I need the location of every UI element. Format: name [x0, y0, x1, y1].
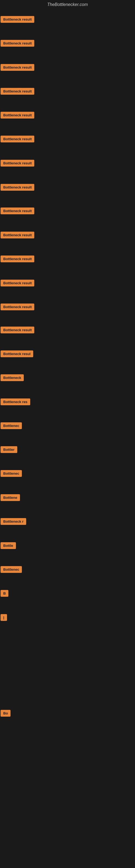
list-item: Bottleneck result [1, 255, 34, 264]
list-item: Bottleneck result [1, 303, 34, 312]
items-container [0, 9, 135, 11]
bottleneck-badge[interactable]: Bottleneck result [1, 184, 34, 191]
bottleneck-badge[interactable]: Bottle [1, 542, 16, 549]
list-item: Bottleneck result [1, 207, 34, 216]
bottleneck-badge[interactable]: Bottleneck r [1, 518, 26, 525]
list-item: Bottleneck res [1, 398, 30, 407]
list-item: Bottleneck result [1, 87, 34, 96]
list-item: Bottleneck result [1, 183, 34, 192]
list-item: Bottleneck r [1, 518, 26, 527]
list-item: Bottler [1, 446, 17, 455]
list-item: Bottleneck result [1, 135, 34, 144]
bottleneck-badge[interactable]: Bottler [1, 446, 17, 453]
list-item: Bottleneck [1, 374, 24, 383]
bottleneck-badge[interactable]: | [1, 614, 7, 621]
site-header: TheBottlenecker.com [0, 0, 135, 9]
bottleneck-badge[interactable]: Bottleneck result [1, 16, 34, 23]
list-item: Bottleneck result [1, 279, 34, 288]
list-item: Bottlene [1, 494, 20, 503]
bottleneck-badge[interactable]: Bottleneck result [1, 135, 34, 143]
bottleneck-badge[interactable]: Bottleneck result [1, 88, 34, 95]
list-item: Bottleneck result [1, 326, 34, 335]
bottleneck-badge[interactable]: Bottlene [1, 494, 20, 501]
list-item: Bottle [1, 542, 16, 551]
bottleneck-badge[interactable]: Bottleneck result [1, 40, 34, 46]
bottleneck-badge[interactable]: Bottleneck [1, 374, 24, 381]
bottleneck-badge[interactable]: B [1, 590, 8, 597]
list-item: Bottleneck result [1, 16, 34, 24]
list-item: Bottleneck resul [1, 350, 33, 359]
list-item: Bottleneck result [1, 159, 34, 168]
site-title: TheBottlenecker.com [0, 0, 135, 9]
bottleneck-badge[interactable]: Bottlenec [1, 422, 22, 429]
bottleneck-badge[interactable]: Bottleneck result [1, 208, 34, 214]
bottleneck-badge[interactable]: Bottleneck result [1, 327, 34, 333]
list-item: Bottleneck result [1, 63, 34, 72]
bottleneck-badge[interactable]: Bottleneck resul [1, 350, 33, 357]
list-item: Bottlenec [1, 469, 22, 478]
list-item: Bottleneck result [1, 111, 34, 120]
bottleneck-badge[interactable]: Bottleneck res [1, 399, 30, 405]
bottleneck-badge[interactable]: Bottleneck result [1, 160, 34, 166]
list-item: Bottleneck result [1, 39, 34, 48]
list-item: Bo [1, 709, 10, 718]
list-item: B [1, 589, 8, 598]
list-item: Bottleneck result [1, 231, 34, 240]
bottleneck-badge[interactable]: Bottleneck result [1, 231, 34, 239]
bottleneck-badge[interactable]: Bottleneck result [1, 255, 34, 262]
bottleneck-badge[interactable]: Bottlenec [1, 566, 22, 573]
bottleneck-badge[interactable]: Bottleneck result [1, 304, 34, 310]
list-item: Bottlenec [1, 565, 22, 575]
bottleneck-badge[interactable]: Bottleneck result [1, 64, 34, 71]
list-item: | [1, 614, 7, 622]
bottleneck-badge[interactable]: Bottleneck result [1, 112, 34, 119]
list-item: Bottlenec [1, 422, 22, 431]
bottleneck-badge[interactable]: Bottlenec [1, 470, 22, 477]
bottleneck-badge[interactable]: Bo [1, 710, 10, 717]
bottleneck-badge[interactable]: Bottleneck result [1, 280, 34, 286]
